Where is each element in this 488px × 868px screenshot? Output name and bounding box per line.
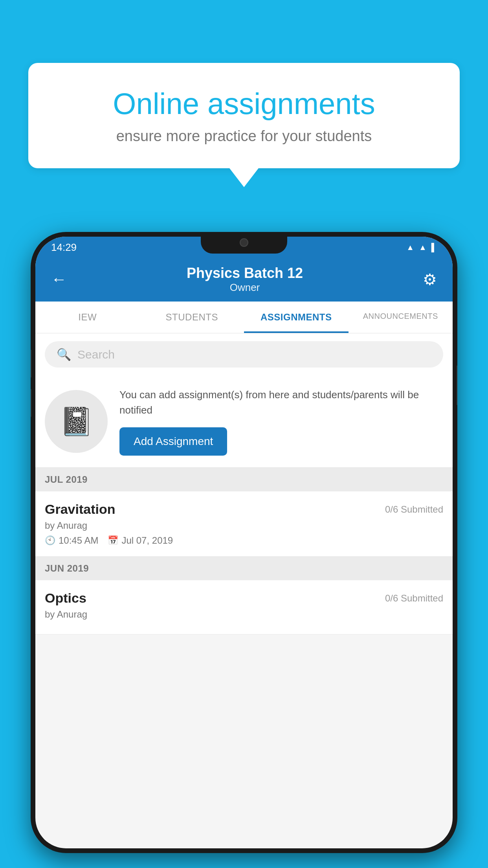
status-time: 14:29: [51, 241, 77, 254]
assignment-meta: 🕙 10:45 AM 📅 Jul 07, 2019: [45, 535, 443, 546]
clock-icon: 🕙: [45, 535, 55, 546]
assignment-name-optics: Optics: [45, 590, 86, 606]
header-title-group: Physics Batch 12 Owner: [187, 265, 303, 294]
promo-description: You can add assignment(s) from here and …: [119, 387, 443, 418]
app-header: ← Physics Batch 12 Owner ⚙: [35, 258, 453, 302]
section-header-jun: JUN 2019: [35, 557, 453, 580]
power-button: [457, 366, 457, 405]
tab-iew[interactable]: IEW: [35, 302, 140, 333]
status-icons: [406, 242, 437, 252]
content-area: 🔍 Search 📓 You can add assignment(s) fro…: [35, 333, 453, 634]
signal-icon: [419, 242, 427, 252]
front-camera: [240, 238, 248, 247]
promo-text-side: You can add assignment(s) from here and …: [119, 387, 443, 456]
tab-announcements[interactable]: ANNOUNCEMENTS: [349, 302, 453, 333]
notebook-icon: 📓: [59, 405, 94, 438]
assignment-item-gravitation[interactable]: Gravitation 0/6 Submitted by Anurag 🕙 10…: [35, 491, 453, 557]
add-assignment-button[interactable]: Add Assignment: [119, 427, 227, 456]
battery-icon: [431, 242, 437, 252]
meta-time: 🕙 10:45 AM: [45, 535, 98, 546]
batch-subtitle: Owner: [187, 281, 303, 294]
search-bar[interactable]: 🔍 Search: [45, 341, 443, 368]
settings-icon[interactable]: ⚙: [423, 270, 437, 289]
batch-title: Physics Batch 12: [187, 265, 303, 281]
back-button[interactable]: ←: [51, 270, 67, 288]
promo-subtitle: ensure more practice for your students: [52, 128, 436, 145]
phone-notch: [201, 232, 287, 254]
assignment-date: Jul 07, 2019: [121, 535, 173, 546]
assignment-by-optics: by Anurag: [45, 609, 443, 620]
volume-up-button: [31, 350, 31, 377]
assignment-item-optics[interactable]: Optics 0/6 Submitted by Anurag: [35, 580, 453, 634]
promo-card: Online assignments ensure more practice …: [28, 63, 460, 168]
assignment-submitted-optics: 0/6 Submitted: [385, 593, 443, 604]
tab-students[interactable]: STUDENTS: [140, 302, 244, 333]
calendar-icon: 📅: [108, 535, 118, 546]
promo-title: Online assignments: [52, 86, 436, 121]
meta-date: 📅 Jul 07, 2019: [108, 535, 173, 546]
promo-block: 📓 You can add assignment(s) from here an…: [35, 375, 453, 468]
tab-bar: IEW STUDENTS ASSIGNMENTS ANNOUNCEMENTS: [35, 302, 453, 333]
search-placeholder: Search: [77, 348, 115, 361]
volume-down-button: [31, 389, 31, 417]
assignment-row-top-optics: Optics 0/6 Submitted: [45, 590, 443, 606]
assignment-by: by Anurag: [45, 520, 443, 531]
search-container: 🔍 Search: [35, 333, 453, 375]
search-icon: 🔍: [57, 348, 71, 361]
assignment-time: 10:45 AM: [59, 535, 98, 546]
tab-assignments[interactable]: ASSIGNMENTS: [244, 302, 349, 333]
speech-bubble: Online assignments ensure more practice …: [28, 63, 460, 168]
wifi-icon: [406, 242, 414, 252]
assignment-name: Gravitation: [45, 502, 115, 517]
assignment-submitted: 0/6 Submitted: [385, 504, 443, 515]
phone-screen: 14:29 ← Physics Batch 12 Owner ⚙ IEW STU…: [35, 237, 453, 848]
promo-icon-circle: 📓: [45, 390, 108, 453]
assignment-row-top: Gravitation 0/6 Submitted: [45, 502, 443, 517]
phone-frame: 14:29 ← Physics Batch 12 Owner ⚙ IEW STU…: [31, 232, 457, 853]
section-header-jul: JUL 2019: [35, 468, 453, 491]
